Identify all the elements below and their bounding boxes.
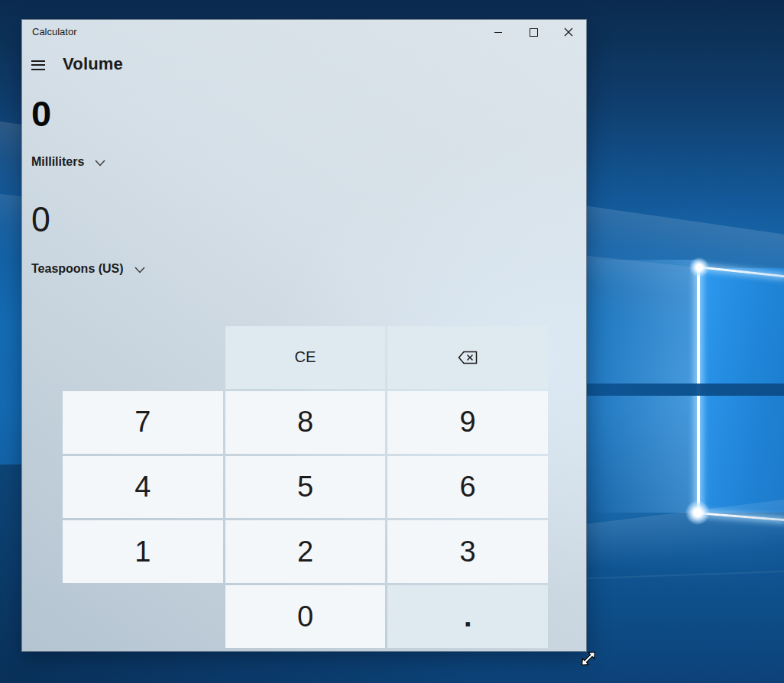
digit-1-button[interactable]: 1 bbox=[63, 520, 223, 583]
chevron-down-icon bbox=[95, 160, 105, 167]
nav-row: Volume bbox=[31, 55, 123, 73]
digit-7-button[interactable]: 7 bbox=[63, 391, 223, 454]
minimize-button[interactable] bbox=[481, 20, 516, 44]
digit-0-button[interactable]: 0 bbox=[225, 585, 386, 648]
hamburger-icon bbox=[31, 69, 45, 70]
maximize-icon bbox=[530, 28, 538, 37]
page-title: Volume bbox=[63, 54, 123, 74]
digit-2-button[interactable]: 2 bbox=[225, 520, 386, 583]
wallpaper-pane-glow bbox=[587, 260, 700, 384]
converter-value-from[interactable]: 0 bbox=[31, 95, 51, 131]
close-button[interactable] bbox=[551, 20, 586, 44]
unit-from-label: Milliliters bbox=[31, 155, 84, 169]
windows-logo-horizontal-band bbox=[565, 384, 784, 396]
digit-5-button[interactable]: 5 bbox=[225, 456, 386, 519]
unit-to-label: Teaspoons (US) bbox=[31, 262, 124, 276]
menu-button[interactable] bbox=[31, 60, 45, 70]
digit-3-button[interactable]: 3 bbox=[387, 520, 548, 583]
chevron-down-icon bbox=[134, 267, 145, 274]
unit-to-dropdown[interactable]: Teaspoons (US) bbox=[31, 261, 145, 277]
minimize-icon bbox=[494, 32, 502, 33]
digit-9-button[interactable]: 9 bbox=[387, 391, 548, 454]
keypad-empty-cell bbox=[63, 585, 223, 648]
caption-buttons bbox=[481, 20, 586, 44]
calculator-window: Calculator Volume 0 Milliliters bbox=[21, 19, 587, 652]
titlebar[interactable]: Calculator bbox=[22, 20, 586, 44]
digit-6-button[interactable]: 6 bbox=[387, 456, 548, 519]
backspace-icon bbox=[458, 351, 478, 364]
keypad-empty-cell bbox=[63, 326, 223, 389]
digit-4-button[interactable]: 4 bbox=[63, 456, 223, 519]
wallpaper-pane-glow bbox=[587, 396, 700, 513]
unit-from-dropdown[interactable]: Milliliters bbox=[31, 154, 105, 170]
backspace-button[interactable] bbox=[387, 326, 548, 389]
maximize-button[interactable] bbox=[516, 20, 551, 44]
converter-value-to[interactable]: 0 bbox=[31, 201, 50, 237]
digit-8-button[interactable]: 8 bbox=[225, 391, 386, 454]
clear-entry-button[interactable]: CE bbox=[225, 326, 386, 389]
keypad: CE 7 8 9 4 5 6 1 2 3 0 . bbox=[63, 326, 548, 648]
windows-logo-pane-top bbox=[700, 268, 784, 384]
decimal-button[interactable]: . bbox=[387, 585, 548, 648]
window-title: Calculator bbox=[32, 26, 77, 37]
hamburger-icon bbox=[31, 64, 45, 66]
windows-logo-corner-glow bbox=[689, 257, 709, 277]
windows-logo-pane-bottom bbox=[700, 396, 784, 513]
close-icon bbox=[564, 28, 573, 37]
hamburger-icon bbox=[31, 60, 45, 62]
